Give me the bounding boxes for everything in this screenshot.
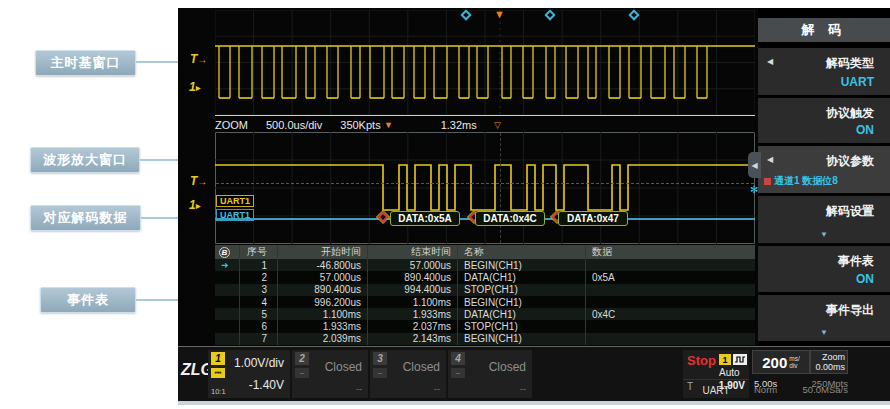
- cell-name: BEGIN(CH1): [458, 259, 586, 271]
- cell-data: 0x4C: [586, 308, 755, 320]
- trigger-level-marker[interactable]: T→: [190, 52, 207, 66]
- current-row-arrow-icon: ➜: [221, 260, 229, 270]
- menu-item-decode-settings[interactable]: 解码设置 ▼: [758, 196, 890, 243]
- zoom-offset-value: 0.00ms: [815, 362, 845, 372]
- menu-item-subvalue: 通道1 数据位8: [764, 174, 886, 188]
- zoom-trigger-level-marker[interactable]: T→: [190, 174, 207, 188]
- zoom-marker-icon[interactable]: ▼: [384, 121, 393, 130]
- zoom-memory-depth: 350Kpts: [340, 119, 380, 131]
- cell-end: 1.933ms: [368, 308, 458, 320]
- panel-collapse-handle[interactable]: ◀: [748, 152, 761, 178]
- channel3-block[interactable]: 3 – Closed --: [370, 350, 446, 398]
- channel2-offset: --: [356, 384, 362, 394]
- cell-data: 0x5A: [586, 271, 755, 283]
- channel1-scale: 1.00V/div: [234, 356, 284, 370]
- oscilloscope-screen: ▼ T→ 1▸ ZOOM 500.0us/div 350Kpts 1.32ms …: [178, 8, 890, 401]
- zoom-offset-box: Zoom 0.00ms: [810, 350, 848, 374]
- channel1-position-marker[interactable]: 1▸: [189, 80, 201, 94]
- menu-item-event-table[interactable]: 事件表 ON: [758, 246, 890, 292]
- cell-start: 57.000us: [278, 271, 368, 283]
- channel3-badge: 3: [373, 352, 387, 365]
- cell-name: DATA(CH1): [458, 308, 586, 320]
- cell-name: DATA(CH1): [458, 271, 586, 283]
- snowflake-icon: ✻: [750, 184, 758, 195]
- submenu-arrow-icon: ◀: [767, 57, 773, 66]
- channel2-badge: 2: [295, 352, 309, 365]
- cell-start: -46.800us: [278, 259, 368, 271]
- coupling-icon: –: [451, 368, 465, 378]
- timebase-scale: 200: [762, 354, 787, 371]
- callout-decode-data: 对应解码数据: [30, 205, 141, 231]
- col-index: 序号: [240, 245, 278, 259]
- row-marker-cell: [215, 333, 240, 345]
- event-table: B 序号 开始时间 结束时间 名称 数据 ➜ 1 -46.800us 57.00…: [215, 245, 755, 345]
- cell-start: 2.039ms: [278, 333, 368, 345]
- acquisition-mode: Norm: [754, 384, 777, 395]
- channel4-block[interactable]: 4 – Closed --: [448, 350, 532, 398]
- cell-name: BEGIN(CH1): [458, 296, 586, 308]
- menu-title: 解 码: [758, 18, 890, 42]
- chevron-down-icon: ▼: [758, 230, 890, 239]
- dc-coupling-icon: ⎓: [211, 368, 225, 378]
- menu-item-value: UART: [841, 75, 874, 89]
- cell-name: STOP(CH1): [458, 284, 586, 296]
- channel3-status: Closed: [403, 360, 440, 374]
- decode-event-box: DATA:0x47: [558, 211, 628, 226]
- zoom-scale: 500.0us/div: [266, 119, 322, 131]
- cell-start: 1.933ms: [278, 320, 368, 332]
- callout-label: 对应解码数据: [44, 209, 128, 227]
- callout-zoom-window: 波形放大窗口: [30, 147, 140, 173]
- callout-label: 主时基窗口: [51, 54, 121, 72]
- page: 主时基窗口 波形放大窗口 对应解码数据 事件表 ▼ T→ 1▸ ZOOM 500…: [0, 0, 890, 409]
- cell-index: 3: [240, 284, 278, 296]
- table-row[interactable]: 5 1.100ms 1.933ms DATA(CH1) 0x4C: [215, 308, 755, 320]
- trigger-marker-outline-icon[interactable]: ▽: [494, 121, 501, 130]
- bezel-edge: [178, 401, 890, 405]
- cell-index: 1: [240, 259, 278, 271]
- cell-end: 1.100ms: [368, 296, 458, 308]
- table-row[interactable]: 2 57.000us 890.400us DATA(CH1) 0x5A: [215, 271, 755, 283]
- probe-ratio: 10:1: [211, 387, 226, 396]
- cell-index: 2: [240, 271, 278, 283]
- channel1-block[interactable]: 1 ⎓ 10:1 1.00V/div -1.40V: [208, 350, 290, 398]
- table-row[interactable]: 4 996.200us 1.100ms BEGIN(CH1): [215, 296, 755, 308]
- table-row[interactable]: ➜ 1 -46.800us 57.000us BEGIN(CH1): [215, 259, 755, 271]
- channel2-block[interactable]: 2 – Closed --: [292, 350, 368, 398]
- cell-data: [586, 296, 755, 308]
- cell-start: 890.400us: [278, 284, 368, 296]
- col-end-time: 结束时间: [368, 245, 458, 259]
- channel4-status: Closed: [489, 360, 526, 374]
- timebase-block[interactable]: 200 ms/div Zoom 0.00ms 5.00s 250Mpts Nor…: [752, 350, 848, 398]
- channel4-badge: 4: [451, 352, 465, 365]
- channel3-offset: --: [434, 384, 440, 394]
- main-timebase-waveform: [215, 10, 755, 115]
- trigger-block[interactable]: Stop 1 Auto T 1.90V UART: [683, 350, 749, 398]
- menu-item-label: 解码类型: [826, 55, 874, 72]
- channel4-offset: --: [520, 384, 526, 394]
- menu-item-protocol-params[interactable]: ◀ 协议参数 通道1 数据位8: [758, 146, 890, 193]
- menu-item-event-export[interactable]: 事件导出 ▼: [758, 295, 890, 341]
- cell-end: 994.400us: [368, 284, 458, 296]
- col-start-time: 开始时间: [278, 245, 368, 259]
- cell-start: 1.100ms: [278, 308, 368, 320]
- zoom-channel1-position-marker[interactable]: 1▸: [189, 198, 201, 212]
- trigger-position-marker-icon[interactable]: ▼: [494, 9, 505, 19]
- decode-event-box: DATA:0x4C: [475, 211, 545, 226]
- table-row[interactable]: 3 890.400us 994.400us STOP(CH1): [215, 284, 755, 296]
- table-row[interactable]: 7 2.039ms 2.143ms BEGIN(CH1): [215, 333, 755, 345]
- menu-item-value: ON: [856, 272, 874, 286]
- menu-item-label: 协议参数: [826, 153, 874, 170]
- table-row[interactable]: 6 1.933ms 2.037ms STOP(CH1): [215, 320, 755, 332]
- cell-name: STOP(CH1): [458, 320, 586, 332]
- menu-item-label: 事件表: [838, 253, 874, 270]
- cell-end: 2.143ms: [368, 333, 458, 345]
- coupling-icon: –: [373, 368, 387, 378]
- menu-item-protocol-trigger[interactable]: 协议触发 ON: [758, 98, 890, 143]
- trigger-mode: Auto: [719, 367, 740, 378]
- row-marker-cell: [215, 296, 240, 308]
- trigger-level-line: [216, 183, 754, 184]
- decode-menu-panel: 解 码 ◀ 解码类型 UART 协议触发 ON ◀ 协议参数 通道1 数据位8 …: [758, 8, 890, 346]
- cell-end: 890.400us: [368, 271, 458, 283]
- menu-item-decode-type[interactable]: ◀ 解码类型 UART: [758, 48, 890, 95]
- row-marker-cell: ➜: [215, 259, 240, 271]
